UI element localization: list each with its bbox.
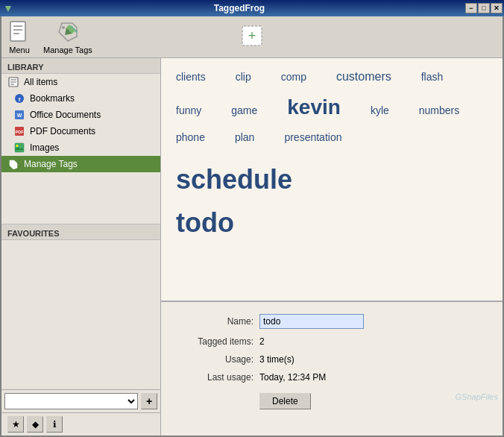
library-section-label: LIBRARY [1,58,160,74]
menu-label: Menu [9,45,30,54]
pdf-documents-icon: PDF [13,125,25,137]
office-documents-label: Office Documents [30,110,101,120]
manage-tags-label: Manage Tags [43,45,92,54]
tag-customers[interactable]: customers [336,70,391,84]
name-label: Name: [179,316,253,327]
tag-numbers[interactable]: numbers [419,104,459,116]
tagged-items-row: Tagged items: 2 [179,336,485,347]
sidebar-item-manage-tags[interactable]: Manage Tags [1,156,160,172]
window-title: TaggedFrog [13,3,465,13]
star-button[interactable]: ★ [7,416,24,433]
sidebar-item-images[interactable]: Images [1,139,160,156]
app-icon: ▼ [3,2,13,14]
svg-point-18 [16,145,19,147]
title-bar: ▼ TaggedFrog − □ ✕ [0,0,504,16]
svg-rect-17 [15,143,24,152]
tag-row-2: funny game kevin kyle numbers [176,95,488,125]
tagged-items-label: Tagged items: [179,336,253,347]
svg-text:+: + [248,28,256,43]
tag-row-4: todo [176,207,488,245]
name-input[interactable] [259,314,364,329]
usage-row: Usage: 3 time(s) [179,354,485,365]
svg-text:f: f [19,96,21,103]
toolbar: Menu Manage Tags + [1,16,503,58]
sidebar-dropdown[interactable] [4,393,138,409]
last-usage-label: Last usage: [179,372,253,383]
tag-phone[interactable]: phone [176,131,205,143]
main-content: LIBRARY All items [1,58,503,436]
delete-row: Delete [179,390,485,409]
close-button[interactable]: ✕ [491,3,503,13]
manage-tags-icon [56,20,80,44]
images-label: Images [30,142,59,153]
svg-point-19 [10,161,13,163]
delete-button[interactable]: Delete [259,393,311,409]
title-bar-left: ▼ [0,2,13,14]
main-window: Menu Manage Tags + [0,16,504,437]
favourites-label: FAVOURITES [1,224,160,240]
last-usage-value: Today, 12:34 PM [259,372,326,383]
tag-kevin[interactable]: kevin [287,95,341,119]
name-row: Name: [179,314,485,329]
sidebar-item-pdf-documents[interactable]: PDF PDF Documents [1,123,160,139]
detail-panel: Name: Tagged items: 2 Usage: 3 time(s) L… [161,301,503,436]
tag-kyle[interactable]: kyle [371,104,389,116]
tag-presentation[interactable]: presentation [284,131,341,143]
all-items-label: All items [24,77,57,87]
office-documents-icon: W [13,109,25,121]
tag-row-1: clients clip comp customers flash [176,70,488,89]
svg-text:PDF: PDF [16,130,25,134]
menu-toolbar-item[interactable]: Menu [7,20,31,54]
manage-tags-toolbar-item[interactable]: Manage Tags [43,20,92,54]
sidebar-bottom: + [1,389,160,412]
tag-clients[interactable]: clients [176,71,206,83]
minimize-button[interactable]: − [465,3,477,13]
all-items-icon [7,76,19,88]
usage-label: Usage: [179,354,253,365]
tag-todo[interactable]: todo [176,207,234,239]
images-icon [13,142,25,154]
add-toolbar-item[interactable]: + [242,25,262,48]
tag-funny[interactable]: funny [176,104,201,116]
tag-clip[interactable]: clip [236,71,251,83]
tag-area: clients clip comp customers flash funny … [161,58,503,436]
tag-schedule[interactable]: schedule [176,164,292,195]
manage-tags-sidebar-icon [7,158,19,170]
usage-value: 3 time(s) [259,354,294,365]
sidebar: LIBRARY All items [1,58,161,436]
last-usage-row: Last usage: Today, 12:34 PM [179,372,485,383]
svg-text:W: W [17,113,22,118]
tag-comp[interactable]: comp [281,71,306,83]
sidebar-item-all-items[interactable]: All items [1,74,160,90]
sidebar-items: All items f Bookmarks [1,74,160,224]
info-button[interactable]: ℹ [46,416,63,433]
sidebar-item-bookmarks[interactable]: f Bookmarks [1,90,160,107]
tag-plan[interactable]: plan [235,131,254,143]
bookmarks-label: Bookmarks [30,93,75,104]
tag-button[interactable]: ◆ [27,416,43,433]
tag-cloud: clients clip comp customers flash funny … [161,58,503,301]
tag-row-3: phone plan presentation schedule [176,131,488,201]
manage-tags-sidebar-label: Manage Tags [24,159,78,169]
svg-point-4 [62,26,65,29]
tag-flash[interactable]: flash [421,71,444,83]
sidebar-add-button[interactable]: + [141,393,157,409]
sidebar-item-office-documents[interactable]: W Office Documents [1,107,160,123]
tagged-items-value: 2 [259,336,265,347]
favourites-area [1,240,160,390]
sidebar-action-bar: ★ ◆ ℹ [1,412,160,436]
bookmarks-icon: f [13,92,25,104]
menu-icon [7,20,31,44]
tag-game[interactable]: game [231,104,257,116]
svg-rect-0 [10,22,25,41]
title-bar-controls: − □ ✕ [465,3,504,13]
pdf-documents-label: PDF Documents [30,126,95,136]
maximize-button[interactable]: □ [478,3,490,13]
